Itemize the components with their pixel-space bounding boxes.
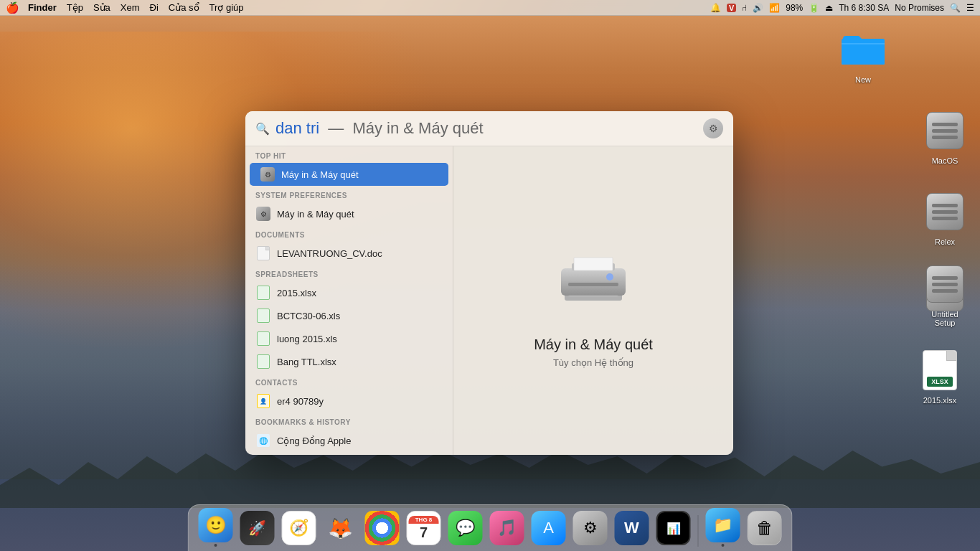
- spotlight-settings-button[interactable]: ⚙: [703, 118, 723, 138]
- wifi-icon[interactable]: 📶: [769, 3, 780, 13]
- notification-icon[interactable]: 🔔: [710, 3, 721, 13]
- new-folder-icon: [840, 27, 886, 72]
- doc-file-icon: [255, 245, 271, 261]
- desktop-icon-xlsx[interactable]: XLSX 2015.xlsx: [911, 347, 969, 405]
- syspref-icon-top: ⚙: [260, 166, 275, 182]
- untitled-hdd-icon: [922, 261, 968, 307]
- dock-dot-finder2: [722, 544, 725, 547]
- dock-item-chrome[interactable]: [364, 511, 401, 547]
- result-item-top-hit[interactable]: ⚙ Máy in & Máy quét: [250, 163, 448, 186]
- menu-di[interactable]: Đi: [150, 2, 159, 13]
- search-separator: —: [328, 119, 344, 137]
- macos-label: MacOS: [932, 156, 958, 166]
- result-label-cv: LEVANTRUONG_CV.doc: [277, 248, 382, 259]
- result-label-cong-dong: Cộng Đồng Apple: [277, 435, 351, 446]
- apple-menu[interactable]: 🍎: [6, 1, 19, 14]
- result-item-syspref[interactable]: ⚙ Máy in & Máy quét: [245, 202, 453, 225]
- section-contacts: CONTACTS: [245, 373, 453, 390]
- dock-item-firefox[interactable]: 🦊: [322, 511, 359, 547]
- dock-item-trash[interactable]: 🗑: [746, 511, 783, 547]
- menubar: 🍎 Finder Tệp Sửa Xem Đi Cửa sổ Trợ giúp …: [0, 0, 980, 16]
- settings-gear-icon: ⚙: [709, 123, 718, 134]
- desktop-icon-untitled[interactable]: Untitled: [916, 261, 974, 319]
- spotlight-search-bar[interactable]: 🔍 dan tri — Máy in & Máy quét ⚙: [245, 111, 733, 146]
- macos-hdd-icon: [922, 108, 968, 154]
- desktop-icon-relex[interactable]: Relex: [916, 189, 974, 247]
- xlsx-icon-4: [255, 354, 271, 369]
- bookmark-icon-1: 🌐: [255, 433, 271, 448]
- menubar-right: 🔔 V ⑁ 🔊 📶 98% 🔋 ⏏ Th 6 8:30 SA No Promis…: [710, 3, 974, 13]
- dock-divider: [698, 515, 699, 547]
- results-list[interactable]: TOP HIT ⚙ Máy in & Máy quét SYSTEM PREFE…: [245, 146, 453, 455]
- battery-percent: 98%: [786, 3, 803, 13]
- spotlight-results: TOP HIT ⚙ Máy in & Máy quét SYSTEM PREFE…: [245, 146, 733, 455]
- result-item-2015xlsx[interactable]: 2015.xlsx: [245, 281, 453, 304]
- result-item-bctc[interactable]: BCTC30-06.xls: [245, 304, 453, 327]
- dock-item-safari[interactable]: 🧭: [281, 511, 318, 547]
- result-item-cv[interactable]: LEVANTRUONG_CV.doc: [245, 242, 453, 265]
- notification-list-icon[interactable]: ☰: [966, 3, 974, 13]
- result-label-luong: luong 2015.xls: [277, 334, 337, 344]
- clock: Th 6 8:30 SA: [839, 3, 889, 13]
- dock-item-finder[interactable]: 🙂: [197, 508, 235, 547]
- section-bookmarks: BOOKMARKS & HISTORY: [245, 413, 453, 429]
- dock-item-itunes[interactable]: 🎵: [489, 511, 526, 547]
- eject-icon[interactable]: ⏏: [825, 3, 833, 13]
- dock-item-activity[interactable]: 📊: [655, 511, 692, 547]
- untitled-label: Untitled: [931, 310, 958, 319]
- search-menubar-icon[interactable]: 🔍: [950, 3, 961, 13]
- dock-item-messages[interactable]: 💬: [447, 511, 484, 547]
- contact-icon: 👤: [255, 393, 271, 409]
- dock-item-calendar[interactable]: THG 8 7: [405, 511, 443, 547]
- search-query: dan tri: [275, 119, 319, 137]
- desktop-icon-new[interactable]: New: [834, 27, 892, 85]
- result-item-contact[interactable]: 👤 er4 90789y: [245, 390, 453, 413]
- menu-bar-items: Finder Tệp Sửa Xem Đi Cửa sổ Trợ giúp: [28, 2, 710, 13]
- section-documents: DOCUMENTS: [245, 225, 453, 242]
- search-suggestion: Máy in & Máy quét: [352, 119, 483, 137]
- relex-hdd-icon: [922, 189, 968, 235]
- preview-icon: [547, 233, 639, 325]
- bluetooth-icon[interactable]: ⑁: [742, 3, 747, 13]
- volume-icon[interactable]: 🔊: [753, 3, 763, 13]
- app-name: No Promises: [895, 3, 944, 13]
- dock-item-word[interactable]: W: [613, 511, 651, 547]
- dock-item-launchpad[interactable]: 🚀: [239, 511, 276, 547]
- folder-svg: [842, 32, 885, 67]
- dock-item-appstore[interactable]: A: [530, 511, 567, 547]
- preview-subtitle: Tùy chọn Hệ thống: [553, 357, 633, 368]
- result-label-bctc: BCTC30-06.xls: [277, 311, 340, 321]
- svg-rect-6: [574, 258, 613, 270]
- result-item-cong-dong[interactable]: 🌐 Cộng Đồng Apple: [245, 429, 453, 452]
- result-label-bangttl: Bang TTL.xlsx: [277, 357, 336, 367]
- xlsx-label: 2015.xlsx: [923, 396, 956, 405]
- spotlight-search-icon: 🔍: [255, 122, 270, 136]
- relex-label: Relex: [935, 237, 955, 247]
- xlsx-icon-1: [255, 285, 271, 301]
- menu-cuaso[interactable]: Cửa sổ: [169, 2, 199, 13]
- section-sysprefs: SYSTEM PREFERENCES: [245, 186, 453, 202]
- dock-item-finder2[interactable]: 📁: [705, 508, 742, 547]
- result-item-luong[interactable]: luong 2015.xls: [245, 327, 453, 350]
- section-top-hit: TOP HIT: [245, 146, 453, 163]
- search-input-display[interactable]: dan tri — Máy in & Máy quét: [275, 119, 703, 138]
- dock-item-sysprefs[interactable]: ⚙: [572, 511, 609, 547]
- result-item-bangttl[interactable]: Bang TTL.xlsx: [245, 350, 453, 373]
- menu-sua[interactable]: Sửa: [93, 2, 110, 13]
- result-label-contact: er4 90789y: [277, 396, 324, 407]
- xlsx-icon-2: [255, 308, 271, 324]
- svg-rect-2: [561, 268, 626, 296]
- v-icon[interactable]: V: [727, 4, 736, 12]
- menu-xem[interactable]: Xem: [121, 2, 140, 13]
- desktop-icon-macos[interactable]: MacOS: [916, 108, 974, 166]
- result-label-top-hit: Máy in & Máy quét: [281, 169, 359, 180]
- xlsx-icon-3: [255, 331, 271, 347]
- result-label-2015xlsx: 2015.xlsx: [277, 288, 316, 298]
- section-spreadsheets: SPREADSHEETS: [245, 265, 453, 281]
- printer-svg: [554, 243, 633, 315]
- result-item-hoi-ve[interactable]: 🌐 Hỏi về chức năng search của prev...: [245, 452, 453, 455]
- dock: 🙂 🚀 🧭 🦊 THG: [188, 504, 793, 551]
- menu-trogiup[interactable]: Trợ giúp: [209, 2, 244, 13]
- menu-finder[interactable]: Finder: [28, 2, 57, 13]
- menu-tep[interactable]: Tệp: [67, 2, 83, 13]
